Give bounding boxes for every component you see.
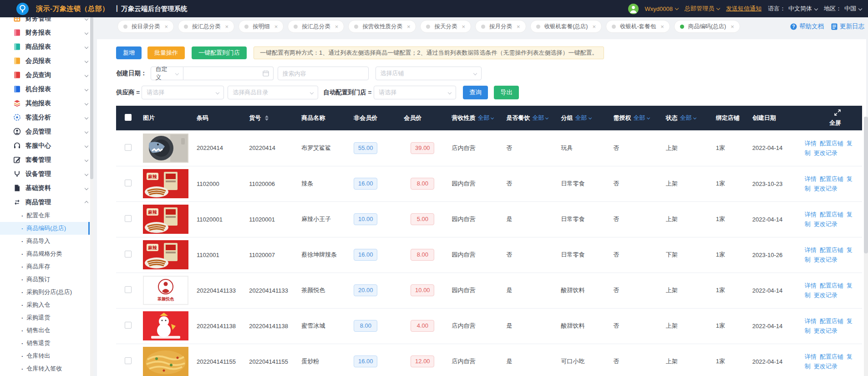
tab-item[interactable]: 收银机套餐(总店)×	[530, 20, 602, 33]
column-header[interactable]: 需授权全部	[611, 106, 663, 130]
language-menu[interactable]: 语言：中文简体	[768, 5, 817, 13]
sidebar-item[interactable]: 套餐管理	[0, 153, 93, 167]
sidebar-item[interactable]: 客流分析	[0, 110, 93, 124]
column-filter[interactable]: 全部	[532, 114, 548, 122]
sidebar-item[interactable]: 商品管理	[0, 195, 93, 209]
row-action-link[interactable]: 详情	[805, 353, 817, 360]
column-filter[interactable]: 全部	[634, 114, 650, 122]
row-checkbox[interactable]	[125, 144, 132, 151]
column-header[interactable]: 货号	[246, 106, 299, 130]
row-action-link[interactable]: 配置店铺	[820, 211, 843, 218]
sidebar-item[interactable]: 会员报表	[0, 54, 93, 68]
sidebar-subitem[interactable]: ·商品规格分类	[0, 247, 93, 260]
sidebar-subitem[interactable]: ·采购到分店(总店)	[0, 286, 93, 299]
sidebar-scrollbar[interactable]	[90, 17, 93, 376]
tab-item[interactable]: 按营收性质分类×	[348, 20, 416, 33]
close-icon[interactable]: ×	[335, 24, 339, 30]
row-action-link[interactable]: 更改记录	[814, 149, 838, 156]
sidebar-subitem[interactable]: ·商品导入	[0, 235, 93, 247]
row-action-link[interactable]: 配置店铺	[820, 353, 843, 360]
row-checkbox[interactable]	[125, 251, 132, 258]
catalog-select[interactable]: 选择商品目录	[228, 86, 318, 99]
row-action-link[interactable]: 详情	[805, 175, 817, 182]
tab-item[interactable]: 收银机-套餐包×	[606, 20, 670, 33]
row-action-link[interactable]: 详情	[805, 318, 817, 324]
add-button[interactable]: 新增	[116, 46, 142, 59]
autoconfig-select[interactable]: 请选择	[374, 86, 456, 99]
sidebar-item[interactable]: 设备管理	[0, 167, 93, 181]
help-doc-link[interactable]: ? 帮助文档	[790, 22, 824, 31]
close-icon[interactable]: ×	[462, 24, 465, 30]
row-action-link[interactable]: 更改记录	[814, 185, 838, 192]
close-icon[interactable]: ×	[592, 24, 596, 30]
export-button[interactable]: 导出	[494, 86, 519, 99]
column-header[interactable]: 状态全部	[663, 106, 713, 130]
tab-item[interactable]: 按月分类×	[475, 20, 526, 33]
sidebar-subitem[interactable]: ·采购入仓	[0, 299, 93, 311]
close-icon[interactable]: ×	[660, 24, 664, 30]
row-checkbox[interactable]	[125, 215, 132, 222]
query-button[interactable]: 查询	[463, 86, 488, 99]
column-header[interactable]: 分组全部	[558, 106, 611, 130]
row-action-link[interactable]: 更改记录	[814, 327, 838, 334]
changelog-link[interactable]: 更新日志	[831, 22, 864, 31]
table-scrollbar[interactable]	[864, 117, 868, 376]
column-filter[interactable]: 全部	[575, 114, 591, 122]
tab-item[interactable]: 按天分类×	[420, 20, 471, 33]
row-action-link[interactable]: 更改记录	[814, 256, 838, 263]
row-action-link[interactable]: 详情	[805, 282, 817, 289]
user-avatar[interactable]	[628, 4, 639, 14]
supplier-select[interactable]: 请选择	[142, 86, 224, 99]
tab-item[interactable]: 商品编码(总店)×	[674, 20, 740, 33]
sidebar-subitem[interactable]: ·销售退货	[0, 337, 93, 350]
row-action-link[interactable]: 配置店铺	[820, 175, 843, 182]
fullscreen-header[interactable]: 全屏	[802, 106, 862, 130]
row-checkbox[interactable]	[125, 357, 132, 364]
sidebar-subitem[interactable]: ·采购退货	[0, 311, 93, 324]
sidebar-subitem[interactable]: ·销售出仓	[0, 324, 93, 337]
sidebar-scrollbar-thumb[interactable]	[90, 17, 93, 179]
sidebar-item[interactable]: 财务管理	[0, 17, 93, 26]
close-icon[interactable]: ×	[731, 24, 734, 30]
close-icon[interactable]: ×	[225, 24, 229, 30]
send-sms-link[interactable]: 发送短信通知	[726, 5, 761, 13]
sidebar-item[interactable]: 财务报表	[0, 26, 93, 40]
region-menu[interactable]: 地区：中国	[824, 5, 862, 13]
tab-item[interactable]: 按汇总分类×	[178, 20, 234, 33]
table-scrollbar-thumb[interactable]	[864, 117, 868, 253]
tab-item[interactable]: 按明细×	[239, 20, 284, 33]
username-menu[interactable]: Wxyd0008	[645, 5, 678, 12]
row-action-link[interactable]: 详情	[805, 211, 817, 218]
sidebar-subitem[interactable]: ·仓库转入签收	[0, 362, 93, 375]
row-action-link[interactable]: 更改记录	[814, 363, 838, 370]
row-action-link[interactable]: 配置店铺	[820, 318, 843, 324]
sidebar-item[interactable]: 客服中心	[0, 139, 93, 153]
select-all-checkbox[interactable]	[125, 114, 132, 121]
row-checkbox[interactable]	[125, 286, 132, 293]
sidebar-item[interactable]: 会员查询	[0, 68, 93, 82]
row-action-link[interactable]: 详情	[805, 247, 817, 253]
row-action-link[interactable]: 详情	[805, 140, 817, 147]
sort-icon[interactable]	[265, 115, 269, 121]
row-action-link[interactable]: 更改记录	[814, 292, 838, 299]
row-action-link[interactable]: 更改记录	[814, 221, 838, 227]
search-input[interactable]	[278, 67, 369, 80]
column-header[interactable]: 营收性质全部	[449, 106, 503, 130]
close-icon[interactable]: ×	[517, 24, 520, 30]
sidebar-subitem[interactable]: ·仓库转出	[0, 350, 93, 362]
row-checkbox[interactable]	[125, 322, 132, 329]
date-mode-select[interactable]: 自定义	[151, 67, 183, 80]
date-range-input[interactable]	[183, 67, 274, 80]
sidebar-subitem[interactable]: ·商品编码(总店)	[0, 222, 93, 235]
sidebar-item[interactable]: 其他报表	[0, 96, 93, 110]
tab-item[interactable]: 按汇总分类×	[288, 20, 344, 33]
column-filter[interactable]: 全部	[477, 114, 493, 122]
close-icon[interactable]: ×	[165, 24, 168, 30]
row-action-link[interactable]: 配置店铺	[820, 140, 843, 147]
role-menu[interactable]: 总部管理员	[685, 5, 720, 13]
column-filter[interactable]: 全部	[680, 114, 696, 122]
fullscreen-icon[interactable]	[834, 109, 841, 116]
sidebar-subitem[interactable]: ·商品预订	[0, 273, 93, 286]
sidebar-item[interactable]: 机台报表	[0, 82, 93, 96]
batch-operation-button[interactable]: 批量操作	[147, 46, 185, 59]
